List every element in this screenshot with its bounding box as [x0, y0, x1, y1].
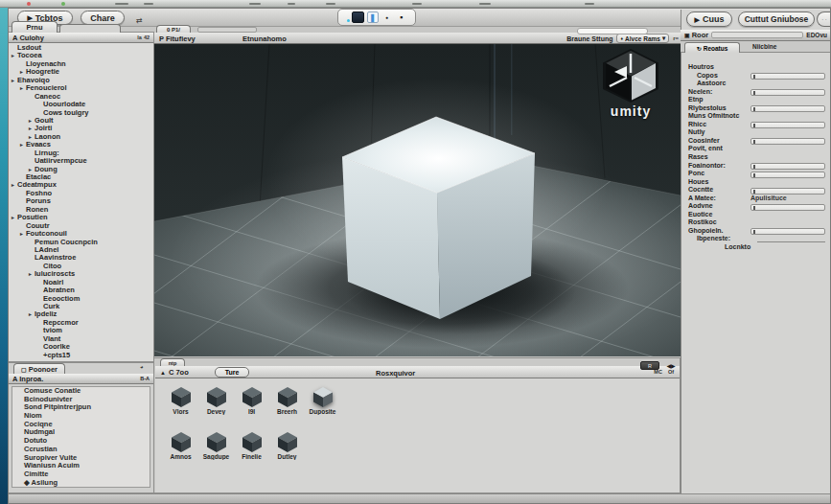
inspector-object-name: Roor: [692, 31, 709, 39]
mini-dropdown-pill[interactable]: [577, 28, 648, 34]
box-icon: ▢: [21, 366, 27, 373]
hierarchy-title: Culohy: [19, 34, 43, 42]
tab-scene[interactable]: 0 P1/: [156, 25, 191, 33]
play-button[interactable]: [352, 11, 364, 23]
menu-dash: [585, 3, 594, 5]
pause-button[interactable]: ❚: [367, 11, 379, 23]
tab-inspector-transform-label: Reoatus: [704, 45, 728, 52]
hierarchy-item[interactable]: LAavinstroe: [9, 254, 153, 262]
inspector-input[interactable]: [750, 89, 825, 96]
asset-item[interactable]: Amnos: [163, 428, 198, 473]
project-lock-button[interactable]: R: [640, 361, 659, 370]
asset-item[interactable]: Duposite: [305, 383, 340, 428]
hierarchy-filter-icon[interactable]: la: [137, 34, 142, 40]
inspector-input[interactable]: [750, 188, 825, 195]
hierarchy-item[interactable]: Goult: [9, 117, 153, 125]
cube-asset-icon: [170, 385, 193, 408]
hierarchy-options-icon[interactable]: 42: [144, 34, 150, 40]
tab-scene-label: 0 P1/: [167, 27, 180, 33]
hierarchy-item[interactable]: Iuluciroscts: [9, 270, 153, 278]
hierarchy-item[interactable]: tviom: [9, 327, 153, 334]
hierarchy-item[interactable]: Citoo: [9, 263, 153, 270]
asset-label: Dutley: [269, 453, 305, 460]
hierarchy-item[interactable]: Pemun Coucnpcin: [9, 239, 153, 246]
hierarchy-item[interactable]: Eeooctiom: [9, 295, 153, 303]
asset-label: Sagdupe: [198, 453, 234, 460]
tab-project-secondary[interactable]: Ture: [215, 367, 249, 378]
pause-icon: ❚: [369, 13, 376, 22]
console-list: Comuse Conatle Bcinodunivter Sond Pitpin…: [12, 386, 150, 488]
tab-hierarchy[interactable]: Prnu: [12, 21, 58, 33]
tab-hierarchy-label: Prnu: [26, 23, 42, 32]
tab-inspector-transform[interactable]: ↻ Reoatus: [684, 42, 740, 53]
scene-mini-button[interactable]: r=: [673, 35, 679, 41]
inspector-input[interactable]: [750, 105, 825, 112]
hierarchy-item[interactable]: +cpts15: [9, 352, 153, 359]
scene-canvas[interactable]: umity: [154, 44, 681, 356]
asset-item[interactable]: Breerh: [269, 383, 305, 428]
hierarchy-item[interactable]: Uatiirvermpcue: [9, 157, 153, 165]
inspector-property-row: Copos: [681, 64, 831, 73]
share-button[interactable]: Chare: [81, 11, 125, 25]
share-button-label: Chare: [90, 13, 115, 23]
asset-item[interactable]: Dutley: [269, 428, 305, 473]
inspector-property-row: Houtros: [681, 56, 831, 64]
inspector-property-row: Houes: [681, 171, 831, 179]
hierarchy-item[interactable]: Vlant: [9, 335, 153, 343]
tab-hierarchy-ghost[interactable]: [59, 24, 121, 33]
hierarchy-title-icon: A: [12, 34, 17, 42]
inspector-property-row: Ponc: [681, 162, 831, 171]
inspector-input[interactable]: [750, 204, 825, 211]
inspector-input[interactable]: [750, 172, 825, 178]
console-list-item[interactable]: ◆ Asilung: [12, 479, 150, 488]
hierarchy-item[interactable]: Cows toulgry: [9, 109, 153, 117]
hierarchy-item[interactable]: Noairl: [9, 279, 153, 286]
asset-item[interactable]: Vlors: [163, 383, 198, 428]
inspector-input[interactable]: [750, 73, 825, 80]
hierarchy-item[interactable]: Ipdeliz: [9, 310, 153, 318]
hierarchy-item[interactable]: Repccmor: [9, 319, 153, 327]
step-button[interactable]: ●: [381, 11, 393, 23]
hierarchy-item[interactable]: Curk: [9, 303, 153, 310]
tab-project-small[interactable]: ntp: [160, 358, 185, 366]
hierarchy-item[interactable]: Abratnen: [9, 286, 153, 294]
dots-icon: · ·: [821, 16, 827, 22]
hierarchy-item[interactable]: Fenoucierol: [9, 84, 153, 92]
inspector-tab-right-label: Niicbine: [752, 43, 776, 50]
hierarchy-item[interactable]: Evaacs: [9, 141, 153, 149]
asset-item[interactable]: Finelie: [234, 428, 269, 473]
menu-dash: [115, 3, 128, 5]
inspector-input[interactable]: [750, 228, 825, 235]
asset-item[interactable]: Devey: [198, 383, 234, 428]
scene-dropdown[interactable]: ♦ Alvce Rams ▾: [616, 34, 669, 43]
hierarchy-item[interactable]: Coorlke: [9, 343, 153, 351]
inspector-input[interactable]: [750, 122, 825, 128]
inspector-title-right: EDOvu: [806, 32, 827, 38]
inspector-tab-row: ↻ Reoatus Niicbine: [681, 41, 831, 53]
cloud-icon[interactable]: ◕: [140, 364, 144, 370]
asset-item[interactable]: Sagdupe: [198, 428, 234, 473]
inspector-layers-button[interactable]: Cuttut Gniubose: [738, 11, 815, 27]
console-header-right[interactable]: B-A: [140, 376, 150, 381]
layout-segment-button[interactable]: · ·: [817, 11, 831, 27]
window-bottom-bar: [9, 493, 830, 503]
asset-item[interactable]: I9I: [234, 383, 269, 428]
record-dot-icon: [347, 19, 350, 22]
minimize-dot-icon[interactable]: [61, 2, 65, 6]
tab-console[interactable]: ▢ Poonoer: [13, 363, 65, 374]
tab-project[interactable]: ▲ C 7oo: [160, 368, 189, 377]
scene-settings-label[interactable]: Braune Sttung: [566, 35, 612, 42]
menu-dash: [412, 3, 422, 5]
scene-mode-label[interactable]: P Fitufievy: [159, 34, 196, 43]
stop-button[interactable]: ▪: [396, 11, 407, 23]
inspector-input[interactable]: [750, 163, 825, 170]
inspector-name-field[interactable]: [711, 32, 803, 38]
swap-arrows-icon[interactable]: ⇄: [136, 16, 143, 25]
inspector-account-button[interactable]: ▶ Cuus: [686, 11, 732, 27]
hierarchy-item[interactable]: Joirti: [9, 125, 153, 132]
inspector-input[interactable]: [750, 138, 825, 145]
close-dot-icon[interactable]: [27, 2, 31, 6]
hierarchy-item[interactable]: LAdnel: [9, 246, 153, 254]
inspector-account-button-label: Cuus: [703, 14, 725, 24]
zoom-slider-icon[interactable]: ◀▶: [663, 361, 679, 370]
